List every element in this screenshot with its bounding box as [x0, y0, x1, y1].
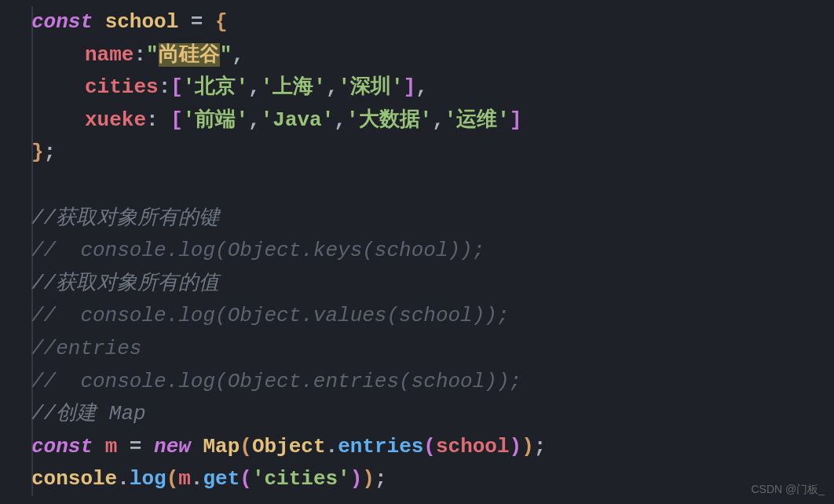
code-line[interactable]: const m = new Map(Object.entries(school)…: [31, 431, 834, 464]
code-line[interactable]: //获取对象所有的键: [31, 203, 834, 236]
code-line[interactable]: xueke: ['前端','Java','大数据','运维']: [31, 104, 834, 137]
code-editor[interactable]: const school = { name:"尚硅谷", cities:['北京…: [0, 6, 834, 496]
code-line[interactable]: //创建 Map: [31, 398, 834, 431]
code-line[interactable]: // console.log(Object.keys(school));: [31, 235, 834, 268]
code-line[interactable]: name:"尚硅谷",: [31, 39, 834, 72]
code-line[interactable]: //获取对象所有的值: [31, 268, 834, 301]
blank-line[interactable]: [31, 170, 834, 203]
code-line[interactable]: // console.log(Object.values(school));: [31, 300, 834, 333]
code-line[interactable]: // console.log(Object.entries(school));: [31, 366, 834, 399]
indent-guide: [31, 6, 33, 496]
code-line[interactable]: const school = {: [31, 6, 834, 39]
code-line[interactable]: //entries: [31, 333, 834, 366]
code-line[interactable]: console.log(m.get('cities'));: [31, 463, 834, 496]
watermark: CSDN @门板_: [751, 480, 825, 498]
code-line[interactable]: cities:['北京','上海','深圳'],: [31, 71, 834, 104]
code-line[interactable]: };: [31, 137, 834, 170]
